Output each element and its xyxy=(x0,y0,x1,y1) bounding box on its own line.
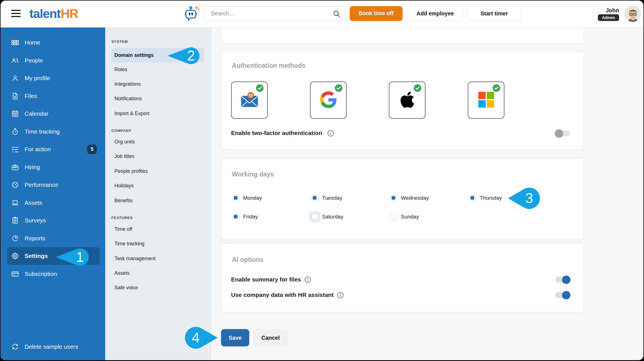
sidebar-item-files[interactable]: Files xyxy=(7,87,100,105)
subnav-item-safe-voice[interactable]: Safe voice xyxy=(114,284,138,291)
search-input[interactable] xyxy=(211,7,328,20)
sidebar-item-reports[interactable]: Reports xyxy=(7,229,100,247)
apple-icon xyxy=(399,90,415,110)
day-checkbox-wednesday[interactable]: Wednesday xyxy=(391,194,446,202)
start-timer-button[interactable]: Start timer xyxy=(467,6,521,21)
refresh-icon xyxy=(11,343,19,351)
top-bar: talentHR xyxy=(1,1,643,27)
laptop-icon xyxy=(11,199,19,207)
google-icon xyxy=(320,91,337,109)
auth-provider-apple[interactable] xyxy=(389,81,426,119)
checkbox-icon xyxy=(391,195,397,201)
checkbox-icon xyxy=(312,214,318,220)
briefcase-icon xyxy=(11,163,19,171)
ai-company-data-toggle[interactable] xyxy=(555,292,570,298)
book-time-off-button[interactable]: Book time off xyxy=(350,6,403,21)
save-button[interactable]: Save xyxy=(221,329,249,346)
clipboard-icon xyxy=(11,216,19,224)
cancel-button[interactable]: Cancel xyxy=(253,329,288,346)
sidebar-item-time-tracking[interactable]: Time tracking xyxy=(7,123,100,141)
sidebar-item-my-profile[interactable]: My profile xyxy=(7,69,100,87)
user-role-badge: Admin xyxy=(598,14,619,21)
info-icon[interactable] xyxy=(337,292,344,299)
hr-assistant-bot-icon[interactable] xyxy=(184,6,200,22)
callout-number: 4 xyxy=(185,327,207,349)
enabled-check-icon xyxy=(414,84,421,92)
day-checkbox-sunday[interactable]: Sunday xyxy=(391,213,446,221)
callout-step-3: 3 xyxy=(508,188,540,209)
subnav-item-time-tracking[interactable]: Time tracking xyxy=(114,240,144,247)
svg-text:@: @ xyxy=(248,93,253,97)
person-icon xyxy=(11,74,19,82)
form-actions: Save Cancel xyxy=(211,329,643,346)
auth-provider-email[interactable]: @ xyxy=(231,81,268,119)
subnav-item-import-export[interactable]: Import & Export xyxy=(114,110,149,117)
calendar-icon xyxy=(11,110,19,118)
subnav-item-integrations[interactable]: Integrations xyxy=(114,80,141,88)
two-factor-label: Enable two-factor authentication xyxy=(231,130,322,136)
sidebar-item-home[interactable]: Home xyxy=(7,34,100,52)
subnav-item-holidays[interactable]: Holidays xyxy=(114,182,134,189)
checklist-icon xyxy=(11,145,19,153)
working-days-title: Working days xyxy=(232,171,274,178)
subnav-item-job-titles[interactable]: Job titles xyxy=(114,153,134,160)
subnav-item-task-management[interactable]: Task management xyxy=(114,255,156,262)
email-icon: @ xyxy=(240,92,259,109)
sidebar-item-performance[interactable]: Performance xyxy=(7,176,100,194)
enabled-check-icon xyxy=(335,84,342,92)
file-icon xyxy=(11,92,19,100)
day-checkbox-saturday[interactable]: Saturday xyxy=(312,213,368,221)
auth-provider-google[interactable] xyxy=(310,81,347,119)
sidebar-item-assets[interactable]: Assets xyxy=(7,194,100,212)
primary-sidebar: Home People My profile xyxy=(1,27,105,360)
subnav-section-company: COMPANY xyxy=(111,128,131,134)
auth-card-title: Authentication methods xyxy=(232,62,305,69)
app-logo[interactable]: talentHR xyxy=(29,6,78,21)
user-name: John xyxy=(606,7,619,14)
subnav-item-benefits[interactable]: Benefits xyxy=(114,197,133,204)
ai-options-card: AI options Enable summary for files Use … xyxy=(221,243,584,312)
authentication-methods-card: Authentication methods @ xyxy=(221,52,584,150)
stopwatch-icon xyxy=(11,128,19,136)
sidebar-item-surveys[interactable]: Surveys xyxy=(7,211,100,229)
checkbox-icon xyxy=(233,214,239,220)
subnav-item-org-units[interactable]: Org units xyxy=(114,138,135,145)
checkbox-icon xyxy=(233,195,239,201)
callout-number: 2 xyxy=(183,47,199,64)
gauge-icon xyxy=(11,181,19,189)
subnav-item-roles[interactable]: Roles xyxy=(114,66,127,73)
search-icon[interactable] xyxy=(333,10,340,19)
hamburger-menu-icon[interactable] xyxy=(11,10,21,18)
sidebar-item-hiring[interactable]: Hiring xyxy=(7,158,100,176)
info-icon[interactable] xyxy=(327,130,334,137)
microsoft-icon xyxy=(478,92,494,109)
subnav-item-notifications[interactable]: Notifications xyxy=(114,95,142,102)
subnav-item-domain-settings[interactable]: Domain settings xyxy=(114,52,154,59)
callout-step-2: 2 xyxy=(168,47,199,64)
gear-icon xyxy=(11,252,19,260)
sidebar-item-people[interactable]: People xyxy=(7,52,100,69)
add-employee-button[interactable]: Add employee xyxy=(408,6,463,21)
info-icon[interactable] xyxy=(304,276,311,283)
auth-provider-microsoft[interactable] xyxy=(468,81,504,119)
sidebar-item-delete-sample-users[interactable]: Delete sample users xyxy=(7,338,100,356)
home-icon xyxy=(11,39,19,46)
ai-summary-toggle[interactable] xyxy=(555,277,570,283)
sidebar-item-calendar[interactable]: Calendar xyxy=(7,105,100,123)
subnav-section-system: SYSTEM xyxy=(111,39,128,45)
sidebar-item-for-action[interactable]: For action 5 xyxy=(7,140,100,158)
subnav-section-features: FEATURES xyxy=(111,215,133,221)
sidebar-item-subscription[interactable]: Subscription xyxy=(7,265,100,283)
two-factor-toggle[interactable] xyxy=(555,131,570,136)
day-checkbox-monday[interactable]: Monday xyxy=(233,194,289,202)
day-checkbox-tuesday[interactable]: Tuesday xyxy=(312,194,368,202)
subnav-item-assets[interactable]: Assets xyxy=(114,269,130,277)
subnav-item-time-off[interactable]: Time off xyxy=(114,225,132,233)
ai-summary-label: Enable summary for files xyxy=(231,276,301,283)
logo-talent: talent xyxy=(29,6,60,21)
user-avatar[interactable] xyxy=(624,6,641,22)
day-checkbox-friday[interactable]: Friday xyxy=(233,213,289,221)
checkbox-icon xyxy=(391,214,397,220)
people-icon xyxy=(11,57,19,64)
subnav-item-people-profiles[interactable]: People profiles xyxy=(114,167,148,175)
